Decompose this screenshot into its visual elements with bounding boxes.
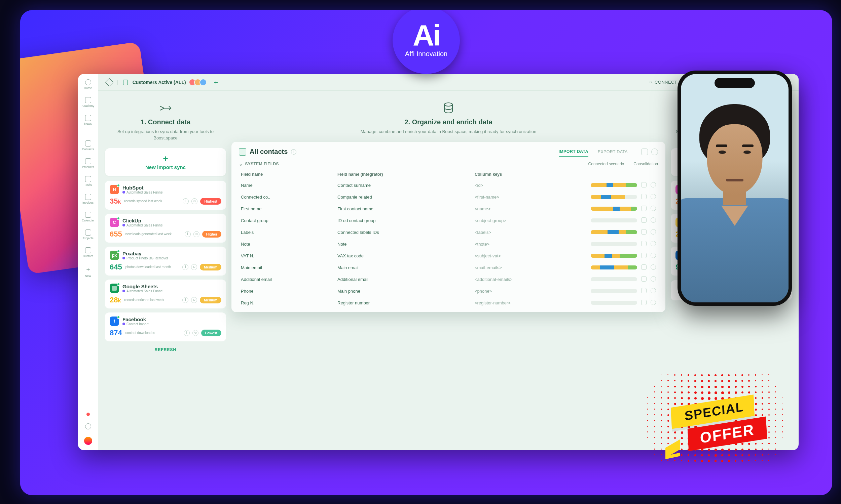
row-options-icon[interactable] bbox=[651, 288, 656, 293]
sidebar-item-products[interactable]: Products bbox=[78, 157, 98, 170]
row-settings-icon[interactable] bbox=[641, 217, 647, 223]
refresh-icon[interactable] bbox=[651, 148, 658, 155]
sidebar-item-new[interactable]: ＋New bbox=[78, 264, 98, 279]
sync-icon[interactable]: ↻ bbox=[191, 264, 197, 270]
sidebar-notifications[interactable] bbox=[78, 411, 98, 417]
sidebar-item-academy[interactable]: Academy bbox=[78, 96, 98, 109]
integration-card[interactable]: f Facebook Contact Import 874 contact do… bbox=[105, 312, 226, 341]
integration-logo: C bbox=[110, 218, 119, 227]
row-options-icon[interactable] bbox=[651, 276, 656, 282]
sidebar-settings[interactable] bbox=[78, 422, 98, 431]
info-icon[interactable]: i bbox=[185, 231, 191, 237]
contacts-title: All contacts bbox=[250, 148, 288, 156]
new-import-button[interactable]: ＋ New import sync bbox=[105, 148, 226, 176]
integration-card[interactable]: Google Sheets Automated Sales Funnel 28k… bbox=[105, 280, 226, 308]
row-settings-icon[interactable] bbox=[641, 253, 647, 258]
row-options-icon[interactable] bbox=[651, 194, 656, 199]
table-row[interactable]: Phone Main phone <phone> bbox=[239, 285, 658, 297]
table-row[interactable]: Name Contact surname <id> bbox=[239, 179, 658, 191]
table-row[interactable]: Labels Connected labels IDs <labels> bbox=[239, 227, 658, 238]
row-settings-icon[interactable] bbox=[641, 205, 647, 211]
table-row[interactable]: Note Note <tnote> bbox=[239, 238, 658, 250]
integration-meta: new leads generated last week bbox=[125, 232, 181, 236]
scenario-bar bbox=[589, 179, 639, 191]
table-row[interactable]: Contact group ID od contact group <subje… bbox=[239, 215, 658, 227]
table-row[interactable]: Main email Main email <mail-emails> bbox=[239, 262, 658, 273]
integration-card[interactable]: H HubSpot Automated Sales Funnel 35k rec… bbox=[105, 181, 226, 210]
connect-link[interactable]: ⤳CONNECT bbox=[649, 79, 677, 85]
table-row[interactable]: VAT N. VAX tax code <subject-vat> bbox=[239, 250, 658, 262]
special-offer-badge: SPECIAL OFFER bbox=[651, 378, 795, 465]
integration-name: Google Sheets bbox=[122, 284, 221, 289]
products-icon bbox=[85, 158, 91, 164]
th-column-keys: Collumn keys bbox=[473, 169, 589, 179]
row-options-icon[interactable] bbox=[651, 217, 656, 223]
row-settings-icon[interactable] bbox=[641, 265, 647, 270]
sidebar-avatar[interactable] bbox=[78, 435, 98, 446]
sync-icon[interactable]: ↻ bbox=[192, 330, 199, 336]
row-settings-icon[interactable] bbox=[641, 300, 647, 305]
row-options-icon[interactable] bbox=[651, 229, 656, 235]
integration-subtitle: Contact Import bbox=[122, 322, 221, 326]
organize-step-icon bbox=[442, 102, 455, 115]
refresh-button[interactable]: REFRESH bbox=[155, 347, 176, 352]
tasks-icon bbox=[85, 176, 91, 182]
sidebar-item-news[interactable]: News bbox=[78, 113, 98, 127]
th-field-integrator: Field name (Integrator) bbox=[336, 169, 473, 179]
table-row[interactable]: First name First contact name <name> bbox=[239, 203, 658, 215]
add-collaborator-button[interactable]: ＋ bbox=[213, 78, 219, 86]
connect-step-title: 1. Connect data bbox=[141, 118, 191, 126]
row-settings-icon[interactable] bbox=[641, 229, 647, 235]
integration-count: 874 bbox=[110, 329, 122, 337]
integration-card[interactable]: px Pixabay Product Photo BG Remover 645 … bbox=[105, 247, 226, 275]
row-options-icon[interactable] bbox=[651, 241, 656, 246]
sync-icon[interactable]: ↻ bbox=[193, 231, 200, 237]
table-row[interactable]: Connected co.. Companie related <first-n… bbox=[239, 191, 658, 203]
table-row[interactable]: Additional email Additional email <addit… bbox=[239, 273, 658, 285]
contacts-panel: All contacts i IMPORT DATA EXPORT DATA bbox=[231, 142, 665, 312]
row-options-icon[interactable] bbox=[651, 205, 656, 211]
sidebar-item-custom[interactable]: Custom bbox=[78, 246, 98, 259]
info-icon[interactable]: i bbox=[182, 264, 188, 270]
row-options-icon[interactable] bbox=[651, 253, 656, 258]
sidebar: Home Academy News Contacts Products Task… bbox=[78, 74, 98, 450]
table-row[interactable]: Reg N. Register number <register-number> bbox=[239, 297, 658, 309]
integration-subtitle: Automated Sales Funnel bbox=[122, 223, 221, 227]
news-icon bbox=[85, 115, 91, 121]
settings-icon[interactable] bbox=[641, 148, 648, 155]
sync-icon[interactable]: ↻ bbox=[191, 198, 198, 204]
row-options-icon[interactable] bbox=[651, 265, 656, 270]
tab-import-data[interactable]: IMPORT DATA bbox=[559, 147, 588, 157]
sidebar-item-projects[interactable]: Projects bbox=[78, 228, 98, 241]
scenario-bar bbox=[589, 262, 639, 273]
priority-badge: Higher bbox=[202, 231, 221, 237]
collaborator-avatars bbox=[191, 79, 207, 86]
row-settings-icon[interactable] bbox=[641, 182, 647, 187]
workspace-icon bbox=[105, 78, 113, 86]
integration-card[interactable]: C ClickUp Automated Sales Funnel 655 new… bbox=[105, 214, 226, 242]
sidebar-item-invoices[interactable]: Invoices bbox=[78, 193, 98, 205]
organize-step-title: 2. Organize and enrich data bbox=[404, 118, 492, 126]
sidebar-item-calendar[interactable]: Calendar bbox=[78, 210, 98, 223]
row-options-icon[interactable] bbox=[651, 182, 656, 187]
row-options-icon[interactable] bbox=[651, 300, 656, 305]
info-icon[interactable]: i bbox=[184, 330, 190, 336]
bell-icon bbox=[86, 413, 90, 416]
sidebar-item-tasks[interactable]: Tasks bbox=[78, 175, 98, 188]
row-settings-icon[interactable] bbox=[641, 288, 647, 293]
row-settings-icon[interactable] bbox=[641, 276, 647, 282]
svg-point-1 bbox=[444, 103, 452, 106]
row-settings-icon[interactable] bbox=[641, 194, 647, 199]
system-fields-header[interactable]: SYSTEM FIELDS Connected scenario Consoli… bbox=[239, 161, 658, 167]
sidebar-item-home[interactable]: Home bbox=[78, 78, 98, 91]
row-settings-icon[interactable] bbox=[641, 241, 647, 246]
sidebar-item-contacts[interactable]: Contacts bbox=[78, 139, 98, 152]
info-icon[interactable]: i bbox=[182, 297, 188, 303]
presenter-photo bbox=[681, 74, 789, 302]
tab-export-data[interactable]: EXPORT DATA bbox=[598, 147, 628, 156]
home-icon bbox=[85, 79, 91, 85]
sync-icon[interactable]: ↻ bbox=[191, 297, 197, 303]
info-icon[interactable]: i bbox=[183, 198, 189, 204]
info-icon[interactable]: i bbox=[291, 149, 296, 155]
integration-subtitle: Product Photo BG Remover bbox=[122, 256, 221, 260]
